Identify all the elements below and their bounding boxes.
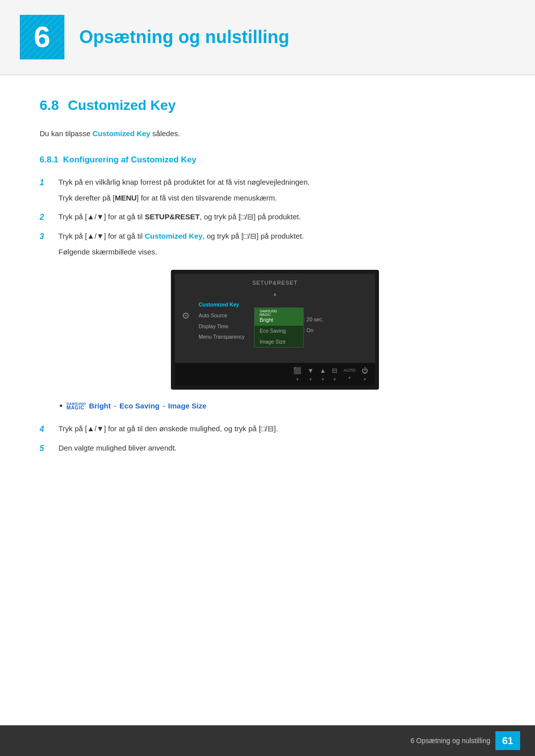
footer-page-number: 61 bbox=[495, 731, 520, 750]
step-3-content: Tryk på [▲/▼] for at gå til Customized K… bbox=[58, 230, 495, 258]
power-icon: ⏻ bbox=[362, 366, 368, 376]
step-1: 1 Tryk på en vilkårlig knap forrest på p… bbox=[40, 176, 495, 204]
osd-menu-customized-key: Customized Key bbox=[195, 300, 254, 310]
step-1-sub: Tryk derefter på [MENU] for at få vist d… bbox=[58, 192, 495, 204]
magic-text: MAGIC bbox=[66, 405, 84, 410]
option-eco: Eco Saving bbox=[119, 402, 160, 410]
sep-2: - bbox=[160, 402, 167, 410]
main-content: 6.8 Customized Key Du kan tilpasse Custo… bbox=[0, 95, 535, 455]
osd-content: ⚙ Customized Key Auto Source Display Tim… bbox=[182, 300, 368, 358]
option-imagesize: Image Size bbox=[168, 402, 207, 410]
chapter-number-box: 6 bbox=[20, 15, 64, 59]
monitor-screenshot: SETUP&RESET ▲ ⚙ Customized Key Auto Sour… bbox=[54, 270, 495, 390]
step-2-content: Tryk på [▲/▼] for at gå til SETUP&RESET,… bbox=[58, 211, 495, 223]
intro-paragraph: Du kan tilpasse Customized Key således. bbox=[40, 128, 495, 140]
monitor-label-3: ▼ bbox=[321, 377, 325, 383]
chapter-title: Opsætning og nulstilling bbox=[79, 24, 289, 50]
step-4: 4 Tryk på [▲/▼] for at gå til den ønsked… bbox=[40, 423, 495, 436]
section-title: Customized Key bbox=[68, 95, 176, 116]
page-footer: 6 Opsætning og nulstilling 61 bbox=[0, 725, 535, 756]
chapter-number: 6 bbox=[34, 15, 50, 59]
osd-submenu: SAMSUNG MAGIC Bright Eco Saving Image Si… bbox=[254, 307, 304, 348]
monitor-btn-power: ⏻ ▼ bbox=[362, 366, 368, 383]
step-1-number: 1 bbox=[40, 176, 54, 189]
monitor-label-4: ▼ bbox=[333, 377, 337, 383]
step-4-content: Tryk på [▲/▼] for at gå til den ønskede … bbox=[58, 423, 495, 435]
footer-text: 6 Opsætning og nulstilling bbox=[411, 736, 490, 746]
step-1-content: Tryk på en vilkårlig knap forrest på pro… bbox=[58, 176, 495, 204]
osd-container: SETUP&RESET ▲ ⚙ Customized Key Auto Sour… bbox=[175, 274, 375, 363]
subsection-title: Konfigurering af Customized Key bbox=[63, 155, 196, 164]
monitor-label-power: ▼ bbox=[363, 377, 367, 383]
subsection-number: 6.8.1 bbox=[40, 155, 58, 164]
step-2-number: 2 bbox=[40, 211, 54, 224]
monitor-icon-3: ▲ bbox=[320, 366, 326, 376]
monitor-btn-4: ⊟ ▼ bbox=[332, 366, 337, 383]
steps-list-2: 4 Tryk på [▲/▼] for at gå til den ønsked… bbox=[40, 423, 495, 455]
step-3: 3 Tryk på [▲/▼] for at gå til Customized… bbox=[40, 230, 495, 258]
osd-title: SETUP&RESET bbox=[182, 279, 368, 287]
osd-values: : 20 sec. : On bbox=[304, 300, 343, 348]
page-header: 6 Opsætning og nulstilling bbox=[0, 0, 535, 75]
osd-submenu-eco: Eco Saving bbox=[255, 326, 303, 337]
step-2: 2 Tryk på [▲/▼] for at gå til SETUP&RESE… bbox=[40, 211, 495, 224]
options-bullet: • SAMSUNG MAGIC Bright - Eco Saving - Im… bbox=[59, 400, 495, 413]
step-5: 5 Den valgte mulighed bliver anvendt. bbox=[40, 442, 495, 455]
monitor-label-auto: ▼ bbox=[348, 375, 352, 381]
monitor-screen: SETUP&RESET ▲ ⚙ Customized Key Auto Sour… bbox=[175, 274, 375, 363]
samsung-magic-label: SAMSUNG MAGIC bbox=[66, 402, 86, 410]
monitor-btn-auto: AUTO ▼ bbox=[343, 367, 356, 381]
osd-submenu-imagesize: Image Size bbox=[255, 337, 303, 348]
step-1-main: Tryk på en vilkårlig knap forrest på pro… bbox=[58, 178, 310, 186]
subsection-heading: 6.8.1 Konfigurering af Customized Key bbox=[40, 153, 495, 166]
monitor-btn-2: ▼ ▼ bbox=[307, 366, 314, 383]
monitor-icon-1: ⬛ bbox=[293, 366, 301, 376]
osd-value-on: : On bbox=[304, 325, 343, 336]
gear-icon: ⚙ bbox=[182, 309, 190, 323]
monitor-bottom-bar: ⬛ ▼ ▼ ▼ ▲ ▼ ⊟ ▼ AUTO ▼ bbox=[175, 363, 375, 386]
steps-list: 1 Tryk på en vilkårlig knap forrest på p… bbox=[40, 176, 495, 258]
osd-menu-transparency: Menu Transparency bbox=[195, 332, 254, 343]
intro-text-after: således. bbox=[150, 129, 180, 138]
osd-menu-display-time: Display Time bbox=[195, 321, 254, 332]
step-4-number: 4 bbox=[40, 423, 54, 436]
monitor-btn-1: ⬛ ▼ bbox=[293, 366, 301, 383]
section-number: 6.8 bbox=[40, 95, 59, 116]
step-5-number: 5 bbox=[40, 442, 54, 455]
monitor-icon-4: ⊟ bbox=[332, 366, 337, 376]
option-bright: Bright bbox=[89, 402, 111, 410]
intro-bold-word: Customized Key bbox=[93, 129, 151, 138]
step-5-content: Den valgte mulighed bliver anvendt. bbox=[58, 442, 495, 454]
monitor-btn-3: ▲ ▼ bbox=[320, 366, 326, 383]
osd-left: ⚙ bbox=[182, 300, 190, 323]
monitor-icon-2: ▼ bbox=[307, 366, 314, 376]
monitor-label-2: ▼ bbox=[309, 377, 313, 383]
monitor-icon-auto: AUTO bbox=[343, 367, 356, 374]
section-heading: 6.8 Customized Key bbox=[40, 95, 495, 116]
bullet-dot: • bbox=[59, 400, 62, 413]
monitor-label-1: ▼ bbox=[295, 377, 299, 383]
osd-menu-left: Customized Key Auto Source Display Time … bbox=[195, 300, 254, 348]
osd-submenu-bright: SAMSUNG MAGIC Bright bbox=[255, 308, 303, 326]
monitor-frame: SETUP&RESET ▲ ⚙ Customized Key Auto Sour… bbox=[171, 270, 379, 390]
step-3-number: 3 bbox=[40, 230, 54, 243]
intro-text-before: Du kan tilpasse bbox=[40, 129, 93, 138]
osd-menu: Customized Key Auto Source Display Time … bbox=[195, 300, 368, 348]
osd-value-time: : 20 sec. bbox=[304, 314, 343, 325]
options-text: Bright - Eco Saving - Image Size bbox=[89, 401, 207, 412]
step-2-menu: SETUP&RESET bbox=[145, 212, 200, 221]
osd-menu-auto-source: Auto Source bbox=[195, 310, 254, 321]
sep-1: - bbox=[112, 402, 118, 410]
step-3-key: Customized Key bbox=[145, 232, 203, 240]
step-3-sub: Følgende skærmbillede vises. bbox=[58, 246, 495, 258]
